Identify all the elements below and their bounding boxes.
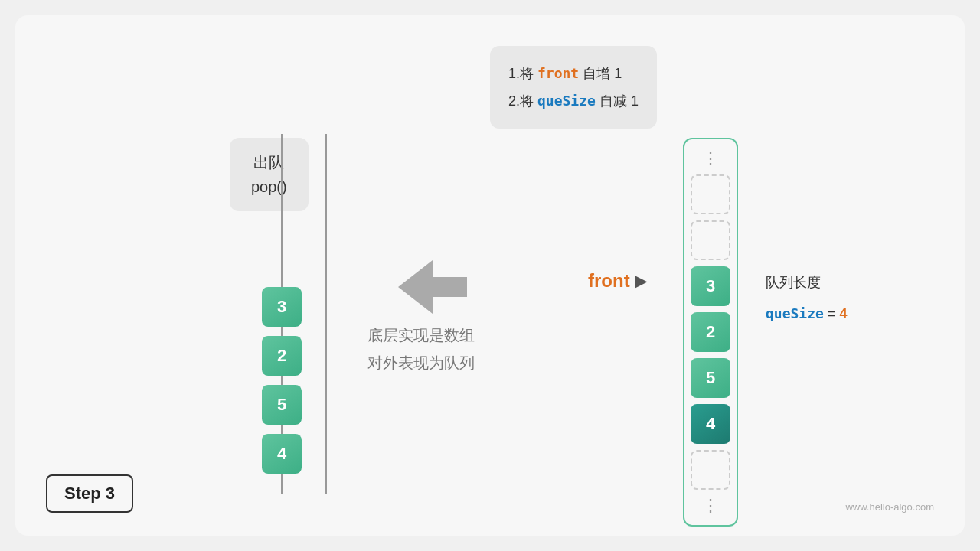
inst-line2-prefix: 2.将 xyxy=(508,93,537,109)
right-cell-2: 2 xyxy=(691,312,730,352)
right-cell-3: 3 xyxy=(691,266,730,306)
inst-line1-suffix: 自增 1 xyxy=(579,66,622,81)
top-dots: ⋮ xyxy=(702,148,720,168)
watermark-text: www.hello-algo.com xyxy=(845,501,934,513)
left-cell-3: 4 xyxy=(262,434,302,474)
front-arrow: ▶ xyxy=(635,272,646,290)
queue-value: 4 xyxy=(839,306,847,321)
main-container: 1.将 front 自增 1 2.将 queSize 自减 1 出队 pop()… xyxy=(15,15,965,536)
right-cell-5: 5 xyxy=(691,358,730,398)
empty-cell-1 xyxy=(691,174,730,214)
svg-marker-0 xyxy=(398,260,467,314)
watermark: www.hello-algo.com xyxy=(845,501,934,513)
instruction-line2: 2.将 queSize 自减 1 xyxy=(508,87,639,115)
center-text: 底层实现是数组 对外表现为队列 xyxy=(368,321,475,377)
empty-cell-3 xyxy=(691,450,730,490)
instruction-box: 1.将 front 自增 1 2.将 queSize 自减 1 xyxy=(490,46,657,129)
step-badge: Step 3 xyxy=(46,474,133,513)
queue-var: queSize xyxy=(766,305,824,321)
inst-line2-suffix: 自减 1 xyxy=(596,93,639,109)
left-cell-1: 2 xyxy=(262,336,302,376)
left-cell-0: 3 xyxy=(262,287,302,327)
queue-label-text: 队列长度 xyxy=(766,275,821,290)
queue-info: 队列长度 queSize = 4 xyxy=(766,268,847,329)
queue-size-value: queSize = 4 xyxy=(766,298,847,330)
inst-front-keyword: front xyxy=(537,65,579,81)
stack-line-right xyxy=(325,134,327,494)
center-text-line2: 对外表现为队列 xyxy=(368,349,475,377)
right-array: ⋮ 3 2 5 4 ⋮ xyxy=(683,138,738,527)
arrow-left xyxy=(398,260,467,317)
front-text: front xyxy=(588,270,630,292)
left-cell-2: 5 xyxy=(262,385,302,425)
pop-box: 出队 pop() xyxy=(230,138,309,211)
front-label: front ▶ xyxy=(588,270,646,292)
left-stack: 3 2 5 4 xyxy=(262,287,302,478)
inst-line1-prefix: 1.将 xyxy=(508,66,537,81)
queue-equals: = xyxy=(824,306,840,321)
inst-quesize-keyword: queSize xyxy=(537,93,596,109)
empty-cell-2 xyxy=(691,220,730,260)
step-label: Step 3 xyxy=(64,484,115,503)
right-cell-4: 4 xyxy=(691,404,730,444)
instruction-line1: 1.将 front 自增 1 xyxy=(508,60,639,87)
center-text-line1: 底层实现是数组 xyxy=(368,321,475,349)
queue-size-label: 队列长度 xyxy=(766,268,847,298)
bottom-dots: ⋮ xyxy=(702,496,720,516)
